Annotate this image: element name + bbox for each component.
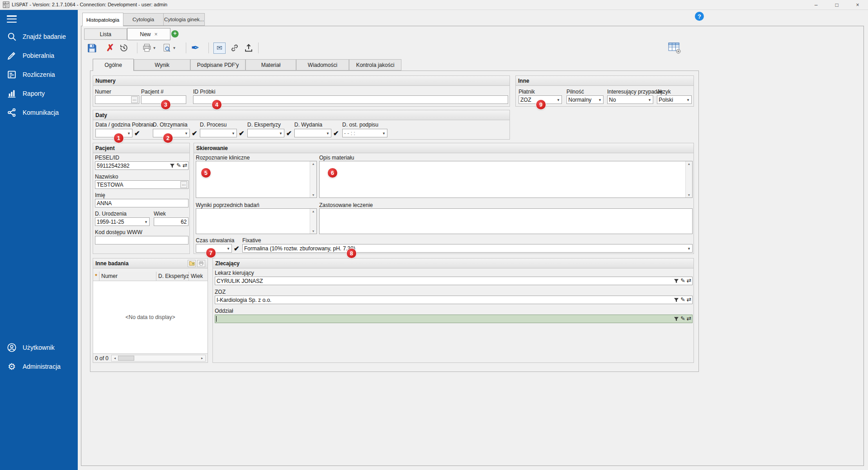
column-header-numer[interactable]: Numer — [99, 272, 156, 281]
print-preview-dropdown-icon[interactable]: ▼ — [173, 46, 176, 50]
pesel-field[interactable]: ✎ ⇄ — [95, 161, 189, 170]
print-button[interactable] — [142, 43, 152, 53]
opis-materialu-textarea[interactable]: ▲▼ — [319, 161, 693, 198]
id-probki-field[interactable] — [193, 95, 508, 104]
refresh-icon[interactable]: ⇄ — [183, 163, 187, 169]
pencil-icon[interactable]: ✎ — [680, 316, 685, 322]
print-dropdown-icon[interactable]: ▼ — [153, 46, 156, 50]
lekarz-field[interactable]: ✎ ⇄ — [215, 277, 693, 285]
ellipsis-button[interactable]: ... — [180, 181, 187, 188]
table-body[interactable]: <No data to display> — [93, 281, 208, 353]
d-wydania-picker[interactable]: ▾ — [294, 129, 331, 137]
wyniki-textarea[interactable]: ▲▼ — [196, 208, 317, 234]
wiek-field[interactable] — [154, 217, 189, 226]
oddzial-input[interactable] — [217, 316, 672, 322]
scroll-down-icon[interactable]: ▼ — [312, 230, 315, 233]
tab-podpisane-pdfy[interactable]: Podpisane PDF'y — [190, 59, 245, 70]
pencil-icon[interactable]: ✎ — [680, 278, 685, 284]
sidebar-item-raporty[interactable]: Raporty — [0, 84, 78, 103]
close-button[interactable]: × — [847, 0, 868, 10]
sidebar-item-rozliczenia[interactable]: Rozliczenia — [0, 65, 78, 84]
tab-kontrola-jakosci[interactable]: Kontrola jakości — [349, 59, 401, 70]
tab-histopatologia[interactable]: Histopatologia — [82, 13, 123, 26]
maximize-button[interactable]: □ — [826, 0, 847, 10]
scroll-right-icon[interactable]: ▸ — [199, 356, 205, 360]
urodzenia-picker[interactable]: 1959-11-25 ▾ — [95, 217, 150, 226]
scroll-left-icon[interactable]: ◂ — [112, 356, 118, 360]
numer-field[interactable]: ... — [95, 95, 139, 104]
filter-icon[interactable] — [674, 297, 679, 303]
refresh-icon[interactable]: ⇄ — [687, 297, 691, 303]
print-preview-button[interactable] — [162, 43, 172, 53]
hamburger-menu-icon[interactable] — [7, 15, 17, 23]
check-icon[interactable]: ✔ — [192, 130, 198, 136]
grid-settings-button[interactable] — [668, 42, 681, 54]
id-probki-input[interactable] — [194, 97, 507, 103]
scrollbar[interactable]: ▲▼ — [685, 161, 692, 197]
interesujacy-select[interactable]: No ▾ — [607, 95, 653, 104]
scrollbar-thumb[interactable] — [118, 356, 134, 361]
sidebar-item-komunikacja[interactable]: Komunikacja — [0, 103, 78, 122]
minimize-button[interactable]: – — [806, 0, 826, 10]
sidebar-item-znajdz-badanie[interactable]: Znajdź badanie — [0, 27, 78, 46]
tab-wynik[interactable]: Wynik — [134, 59, 190, 70]
imie-input[interactable] — [96, 200, 187, 207]
pencil-icon[interactable]: ✎ — [176, 163, 181, 169]
check-icon[interactable]: ✔ — [134, 130, 140, 136]
oddzial-field[interactable]: ✎ ⇄ — [215, 315, 693, 323]
imie-field[interactable] — [95, 199, 189, 207]
delete-button[interactable]: ✗ — [106, 42, 114, 53]
lekarz-input[interactable] — [216, 278, 672, 284]
ellipsis-button[interactable]: ... — [131, 96, 138, 103]
scroll-up-icon[interactable]: ▲ — [688, 162, 691, 165]
jezyk-select[interactable]: Polski ▾ — [657, 95, 692, 104]
column-header-ekspertyzy[interactable]: D. Ekspertyzy — [156, 272, 189, 281]
refresh-icon[interactable]: ⇄ — [687, 278, 691, 284]
kod-www-input[interactable] — [96, 237, 187, 244]
d-ost-podpisu-picker[interactable]: - - : : ▾ — [342, 129, 387, 137]
fixative-select[interactable]: Formalina (10% roztw. zbuforowany, pH. 7… — [242, 244, 693, 253]
zoz-input[interactable] — [216, 297, 672, 303]
tab-material[interactable]: Materiał — [245, 59, 296, 70]
sidebar-item-administracja[interactable]: ⚙ Administracja — [0, 357, 78, 376]
nazwisko-input[interactable] — [96, 182, 179, 188]
open-folder-button[interactable] — [188, 260, 196, 267]
rozpoznanie-textarea[interactable]: ▲▼ — [196, 161, 317, 198]
add-tab-button[interactable]: + — [171, 30, 179, 38]
mail-search-button[interactable]: ✉ — [213, 42, 226, 54]
pilnosc-select[interactable]: Normalny ▾ — [566, 95, 604, 104]
pesel-input[interactable] — [96, 163, 168, 169]
filter-icon[interactable] — [170, 163, 175, 169]
check-icon[interactable]: ✔ — [333, 130, 339, 136]
tab-lista[interactable]: Lista — [84, 28, 127, 40]
scrollbar[interactable]: ▲▼ — [310, 161, 316, 197]
link-button[interactable] — [230, 43, 240, 53]
print-list-button[interactable] — [197, 260, 205, 267]
kod-www-field[interactable] — [95, 236, 189, 244]
scroll-up-icon[interactable]: ▲ — [312, 210, 315, 213]
export-button[interactable] — [244, 43, 254, 53]
tab-new[interactable]: New × — [127, 28, 170, 40]
tab-wiadomosci[interactable]: Wiadomości — [296, 59, 349, 70]
check-icon[interactable]: ✔ — [239, 130, 245, 136]
d-ekspertyzy-picker[interactable]: ▾ — [247, 129, 284, 137]
tab-cytologia[interactable]: Cytologia — [123, 13, 164, 26]
history-button[interactable] — [119, 43, 129, 53]
close-tab-icon[interactable]: × — [155, 31, 158, 38]
scrollbar[interactable]: ▲▼ — [310, 209, 316, 234]
tab-ogolne[interactable]: Ogólne — [93, 59, 134, 71]
horizontal-scrollbar[interactable]: ◂ ▸ — [111, 355, 206, 362]
sign-button[interactable]: ✒ — [191, 42, 199, 54]
numer-input[interactable] — [96, 97, 130, 103]
save-button[interactable] — [87, 43, 97, 53]
scroll-down-icon[interactable]: ▼ — [312, 193, 315, 197]
scroll-down-icon[interactable]: ▼ — [688, 193, 691, 197]
filter-icon[interactable] — [674, 316, 679, 322]
refresh-icon[interactable]: ⇄ — [687, 316, 691, 322]
pencil-icon[interactable]: ✎ — [680, 297, 685, 303]
filter-icon[interactable] — [674, 278, 679, 284]
scroll-up-icon[interactable]: ▲ — [312, 162, 315, 165]
column-header-wiek[interactable]: Wiek — [189, 272, 208, 281]
zoz-field[interactable]: ✎ ⇄ — [215, 296, 693, 304]
check-icon[interactable]: ✔ — [286, 130, 292, 136]
